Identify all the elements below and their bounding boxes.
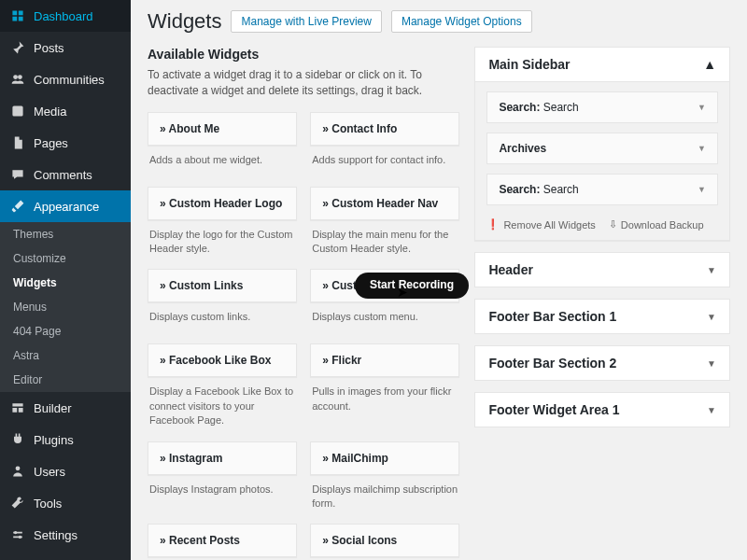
area-header-main-sidebar[interactable]: Main Sidebar ▲: [475, 48, 729, 81]
widget-card[interactable]: About Me: [148, 112, 297, 146]
chevron-down-icon: ▼: [707, 312, 716, 322]
widget-areas-column: Main Sidebar ▲ Search: Search▼Archives▼S…: [474, 47, 730, 560]
page-title: Widgets: [148, 9, 221, 34]
widget-card[interactable]: MailChimp: [310, 441, 459, 475]
sidebar-item-builder[interactable]: Builder: [0, 392, 131, 424]
widget-cell: About MeAdds a about me widget.: [148, 112, 297, 177]
available-title: Available Widgets: [148, 47, 459, 62]
widget-card[interactable]: Social Icons: [310, 524, 459, 557]
available-widgets-column: Available Widgets To activate a widget d…: [148, 47, 459, 560]
appearance-submenu: Themes Customize Widgets Menus 404 Page …: [0, 222, 131, 392]
sub-themes[interactable]: Themes: [0, 222, 131, 246]
settings-icon: [9, 526, 26, 543]
sub-customize[interactable]: Customize: [0, 246, 131, 271]
area-header-header[interactable]: Header ▼: [474, 252, 730, 287]
area-title: Footer Widget Area 1: [488, 402, 619, 417]
area-header-footer1[interactable]: Footer Bar Section 1 ▼: [474, 299, 730, 334]
dashboard-icon: [9, 7, 26, 24]
widget-desc: Displays custom menu.: [310, 302, 459, 334]
chevron-down-icon: ▼: [707, 265, 716, 275]
placed-widget[interactable]: Search: Search▼: [486, 91, 718, 123]
widget-desc: Displays Instagram photos.: [148, 475, 297, 507]
svg-point-3: [14, 531, 17, 534]
area-actions: ❗ Remove All Widgets ⇩ Download Backup: [486, 215, 718, 231]
widget-card[interactable]: Flickr: [310, 343, 459, 377]
remove-all-widgets-link[interactable]: ❗ Remove All Widgets: [486, 218, 595, 231]
widgets-grid: About MeAdds a about me widget.Contact I…: [148, 112, 459, 560]
sidebar-item-communities[interactable]: Communities: [0, 63, 131, 95]
sidebar-label: Posts: [34, 41, 64, 55]
sidebar-item-dashboard[interactable]: Dashboard: [0, 0, 131, 32]
comments-icon: [9, 166, 26, 183]
area-header-footerwidget1[interactable]: Footer Widget Area 1 ▼: [474, 392, 730, 427]
sub-menus[interactable]: Menus: [0, 295, 131, 319]
communities-icon: [9, 71, 26, 88]
sidebar-label: Comments: [34, 168, 92, 182]
widget-desc: Display a Facebook Like Box to connect v…: [148, 377, 297, 431]
sidebar-item-posts[interactable]: Posts: [0, 32, 131, 63]
pin-icon: [9, 39, 26, 56]
widget-desc: Pulls in images from your flickr account…: [310, 377, 459, 417]
brush-icon: [9, 198, 26, 215]
available-desc: To activate a widget drag it to a sideba…: [148, 67, 459, 99]
widget-desc: Displays mailchimp subscription form.: [310, 475, 459, 515]
area-title: Main Sidebar: [488, 57, 570, 72]
live-preview-button[interactable]: Manage with Live Preview: [231, 10, 381, 33]
widget-cell: FlickrPulls in images from your flickr a…: [310, 343, 459, 431]
svg-point-2: [16, 466, 21, 470]
cursor-icon: ➤: [397, 285, 408, 300]
area-header-footer2[interactable]: Footer Bar Section 2 ▼: [474, 345, 730, 381]
sidebar-item-comments[interactable]: Comments: [0, 159, 131, 190]
widget-cell: Custom LinksDisplays custom links.: [148, 269, 297, 334]
placed-widget[interactable]: Archives▼: [486, 133, 718, 164]
chevron-down-icon: ▼: [698, 103, 706, 112]
widget-card[interactable]: Custom Links: [148, 269, 297, 302]
widget-card[interactable]: Facebook Like Box: [148, 343, 297, 377]
sidebar-label: Appearance: [34, 200, 99, 214]
sub-widgets[interactable]: Widgets: [0, 271, 131, 295]
page-header: Widgets Manage with Live Preview Manage …: [148, 9, 730, 34]
widget-cell: Facebook Like BoxDisplay a Facebook Like…: [148, 343, 297, 431]
placed-widget[interactable]: Search: Search▼: [486, 174, 718, 205]
sidebar-item-appearance[interactable]: Appearance: [0, 190, 131, 222]
area-main-sidebar: Main Sidebar ▲ Search: Search▼Archives▼S…: [474, 47, 730, 241]
download-icon: ⇩: [609, 218, 617, 231]
sub-editor[interactable]: Editor: [0, 368, 131, 392]
widget-cell: Recent Posts: [148, 524, 297, 560]
tools-icon: [9, 495, 26, 511]
widget-card[interactable]: Contact Info: [310, 112, 459, 146]
warning-icon: ❗: [486, 218, 500, 231]
sidebar-label: Media: [34, 105, 66, 119]
sub-astra[interactable]: Astra: [0, 343, 131, 368]
widget-cell: Contact InfoAdds support for contact inf…: [310, 112, 459, 177]
sidebar-item-media[interactable]: Media: [0, 95, 131, 127]
sidebar-item-settings[interactable]: Settings: [0, 519, 131, 551]
sidebar-item-users[interactable]: Users: [0, 455, 131, 487]
widget-card[interactable]: Custom Header Logo: [148, 187, 297, 220]
widget-desc: Adds support for contact info.: [310, 146, 459, 177]
area-title: Footer Bar Section 2: [488, 356, 616, 371]
start-recording-button[interactable]: Start Recording: [355, 273, 469, 299]
sidebar-item-tools[interactable]: Tools: [0, 487, 131, 519]
chevron-down-icon: ▼: [698, 144, 706, 153]
widget-desc: Display the main menu for the Custom Hea…: [310, 220, 459, 260]
sidebar-item-pages[interactable]: Pages: [0, 127, 131, 159]
sidebar-label: Builder: [34, 401, 71, 415]
widget-cell: MailChimpDisplays mailchimp subscription…: [310, 441, 459, 515]
sidebar-label: Users: [34, 465, 65, 479]
sidebar-label: Tools: [34, 497, 62, 511]
sidebar-item-plugins[interactable]: Plugins: [0, 424, 131, 455]
widget-desc: Display the logo for the Custom Header s…: [148, 220, 297, 260]
area-title: Footer Bar Section 1: [488, 309, 616, 324]
users-icon: [9, 463, 26, 480]
media-icon: [9, 103, 26, 119]
sub-404[interactable]: 404 Page: [0, 319, 131, 343]
svg-point-0: [13, 75, 18, 79]
svg-point-1: [18, 75, 22, 79]
widget-card[interactable]: Recent Posts: [148, 524, 297, 557]
download-backup-link[interactable]: ⇩ Download Backup: [609, 218, 704, 231]
widget-card[interactable]: Custom Header Nav: [310, 187, 459, 220]
widget-options-button[interactable]: Manage Widget Options: [391, 10, 532, 33]
admin-sidebar: Dashboard Posts Communities Media Pages …: [0, 0, 131, 560]
widget-card[interactable]: Instagram: [148, 441, 297, 475]
